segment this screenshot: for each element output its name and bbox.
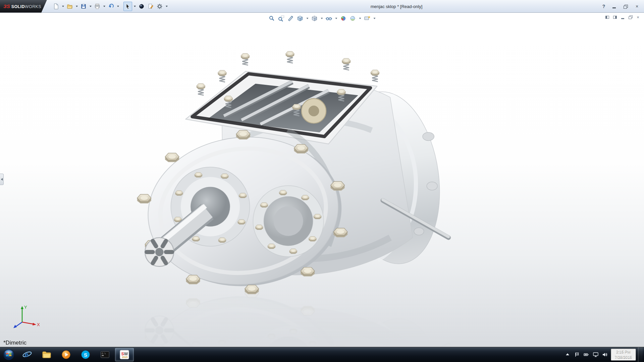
reference-triad: Y X <box>11 304 41 329</box>
print-dropdown[interactable] <box>102 2 106 11</box>
hide-show-items-dropdown[interactable] <box>334 14 338 23</box>
open-folder-icon <box>67 3 73 9</box>
taskbar-media-player[interactable] <box>57 348 75 361</box>
graphics-area[interactable]: × Y X *Dimetric <box>0 13 644 347</box>
select-dropdown[interactable] <box>132 2 137 11</box>
view-settings-icon <box>364 15 371 22</box>
reflection-fade <box>0 277 644 347</box>
view-orientation-label: *Dimetric <box>3 340 26 346</box>
new-document-dropdown[interactable] <box>61 2 65 11</box>
dassault-logo-glyph: ЗS <box>3 3 10 9</box>
view-settings-dropdown[interactable] <box>372 14 377 23</box>
save-button[interactable] <box>79 2 88 11</box>
close-icon: × <box>637 15 639 19</box>
display-style-button[interactable] <box>310 14 319 22</box>
taskbar-command-prompt[interactable]: C:\ <box>96 348 114 361</box>
close-button[interactable]: × <box>632 3 642 10</box>
save-icon <box>80 3 87 9</box>
solidworks-version-badge: 2015 <box>122 356 127 359</box>
heads-up-view-toolbar <box>268 14 377 23</box>
chevron-left-icon <box>1 178 3 181</box>
chevron-down-icon <box>335 18 337 19</box>
undo-icon <box>108 3 114 9</box>
appearance-sphere-icon <box>340 15 347 22</box>
view-cube-icon <box>297 15 304 22</box>
power-button[interactable] <box>583 350 590 360</box>
doc-close-button[interactable]: × <box>635 14 641 20</box>
main-toolbar <box>52 2 169 11</box>
file-properties-icon <box>148 3 154 9</box>
undo-button[interactable] <box>107 2 115 11</box>
file-properties-button[interactable] <box>146 2 155 11</box>
taskbar-solidworks[interactable]: SW 2015 <box>115 348 134 361</box>
apply-scene-dropdown[interactable] <box>358 14 362 23</box>
featuremanager-collapsed-tab[interactable] <box>0 174 4 185</box>
display-button[interactable] <box>592 350 599 360</box>
section-view-button[interactable] <box>286 14 295 22</box>
undo-dropdown[interactable] <box>116 2 120 11</box>
save-dropdown[interactable] <box>88 2 93 11</box>
new-document-button[interactable] <box>52 2 60 11</box>
open-button[interactable] <box>65 2 74 11</box>
chevron-up-icon <box>565 352 570 357</box>
media-player-icon <box>61 349 71 360</box>
start-button[interactable] <box>0 347 17 362</box>
view-orientation-dropdown[interactable] <box>305 14 310 23</box>
select-button[interactable] <box>123 2 132 11</box>
taskbar-skype[interactable]: S <box>76 348 95 361</box>
zoom-to-fit-button[interactable] <box>268 14 276 22</box>
minimize-button[interactable] <box>609 3 619 10</box>
restore-button[interactable] <box>621 3 631 10</box>
svg-text:C:\: C:\ <box>102 353 106 355</box>
window-controls: ? × <box>600 0 642 13</box>
options-dropdown[interactable] <box>164 2 169 11</box>
clock-date: 7/28/2015 <box>615 355 632 360</box>
zoom-to-area-icon <box>278 15 285 22</box>
help-button[interactable]: ? <box>600 2 608 10</box>
tile-right-icon <box>613 16 617 19</box>
show-desktop-button[interactable] <box>638 347 643 362</box>
zoom-to-area-button[interactable] <box>277 14 286 22</box>
scene-sphere-icon <box>350 15 356 22</box>
taskbar-internet-explorer[interactable]: e <box>18 348 37 361</box>
volume-button[interactable] <box>601 350 609 360</box>
tile-left-icon <box>605 16 609 19</box>
gearbox-3d-model[interactable] <box>0 13 644 347</box>
chevron-down-icon <box>373 18 375 19</box>
print-button[interactable] <box>93 2 102 11</box>
tile-left-button[interactable] <box>604 14 610 20</box>
restore-icon <box>629 15 632 19</box>
power-icon <box>583 352 589 357</box>
chevron-down-icon <box>134 6 136 7</box>
hide-show-items-button[interactable] <box>325 14 333 22</box>
action-center-button[interactable] <box>573 350 581 360</box>
solidworks-window: ЗS SOLIDWORKS <box>0 0 644 362</box>
chevron-down-icon <box>166 6 168 7</box>
internet-explorer-icon: e <box>22 349 33 360</box>
document-title: menjac sklop * [Read-only] <box>371 0 423 13</box>
doc-minimize-button[interactable] <box>619 14 626 20</box>
tile-right-button[interactable] <box>611 14 618 20</box>
taskbar: e S C:\ <box>0 347 644 362</box>
brand-text-works: WORKS <box>25 4 41 9</box>
show-hidden-icons-button[interactable] <box>564 350 571 360</box>
apply-scene-button[interactable] <box>348 14 357 22</box>
view-settings-button[interactable] <box>363 14 372 22</box>
glasses-icon <box>326 15 332 22</box>
taskbar-windows-explorer[interactable] <box>37 348 56 361</box>
folder-icon <box>41 349 52 360</box>
clock-time: 2:15 PM <box>616 349 631 355</box>
flag-icon <box>574 352 580 357</box>
axis-label-x: X <box>37 322 40 327</box>
rebuild-button[interactable] <box>137 2 146 11</box>
display-style-dropdown[interactable] <box>320 14 324 23</box>
display-icon <box>593 352 599 357</box>
options-button[interactable] <box>155 2 164 11</box>
doc-restore-button[interactable] <box>627 14 634 20</box>
restore-icon <box>624 5 628 8</box>
taskbar-clock[interactable]: 2:15 PM 7/28/2015 <box>611 349 636 360</box>
minimize-icon <box>612 7 616 8</box>
edit-appearance-button[interactable] <box>339 14 348 22</box>
view-orientation-button[interactable] <box>296 14 305 22</box>
open-dropdown[interactable] <box>74 2 79 11</box>
